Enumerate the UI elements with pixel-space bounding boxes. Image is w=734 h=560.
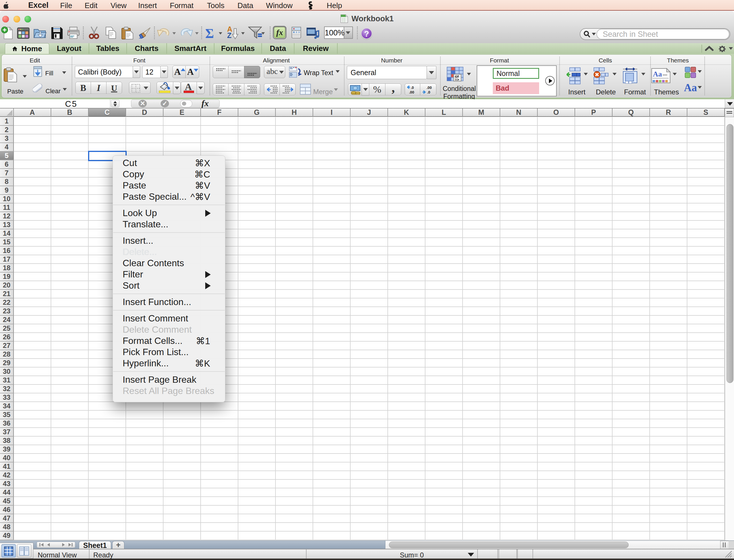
svg-text:.0: .0 [411, 85, 414, 90]
svg-text:.00: .00 [427, 85, 432, 90]
svg-text:Aa: Aa [653, 70, 662, 78]
svg-text:.0: .0 [427, 90, 430, 94]
svg-text:=>: => [455, 77, 459, 82]
svg-text:.00: .00 [409, 90, 414, 94]
